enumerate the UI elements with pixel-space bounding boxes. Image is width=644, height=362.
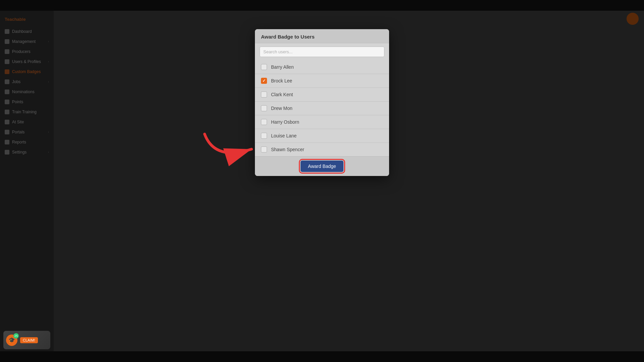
user-name: Louise Lane bbox=[271, 133, 297, 138]
user-checkbox[interactable] bbox=[261, 105, 267, 111]
user-checkbox[interactable] bbox=[261, 64, 267, 70]
modal-footer: Award Badge bbox=[255, 156, 389, 176]
notif-icon: 🎓 25 bbox=[6, 335, 17, 346]
user-name: Clark Kent bbox=[271, 92, 293, 97]
user-row[interactable]: Louise Lane bbox=[255, 129, 389, 143]
notif-action[interactable]: CLAIM! bbox=[20, 337, 38, 343]
user-list: Barry Allen Brock Lee Clark Kent Drew Mo… bbox=[255, 60, 389, 156]
user-checkbox[interactable] bbox=[261, 92, 267, 98]
user-checkbox[interactable] bbox=[261, 146, 267, 153]
modal-header: Award Badge to Users bbox=[255, 29, 389, 43]
user-row[interactable]: Shawn Spencer bbox=[255, 143, 389, 156]
user-row[interactable]: Harry Osborn bbox=[255, 115, 389, 129]
user-name: Barry Allen bbox=[271, 64, 294, 70]
award-badge-button[interactable]: Award Badge bbox=[301, 161, 343, 172]
user-row[interactable]: Barry Allen bbox=[255, 60, 389, 74]
user-checkbox[interactable] bbox=[261, 133, 267, 139]
modal-title: Award Badge to Users bbox=[261, 34, 383, 40]
award-badge-modal: Award Badge to Users Barry Allen Brock L… bbox=[255, 29, 389, 176]
user-checkbox[interactable] bbox=[261, 78, 267, 84]
user-row[interactable]: Clark Kent bbox=[255, 88, 389, 102]
user-name: Drew Mon bbox=[271, 106, 292, 111]
user-name: Shawn Spencer bbox=[271, 147, 304, 152]
search-input[interactable] bbox=[260, 47, 384, 57]
notif-badge-count: 25 bbox=[13, 333, 19, 339]
user-row[interactable]: Brock Lee bbox=[255, 74, 389, 88]
modal-search-container bbox=[255, 43, 389, 60]
user-name: Harry Osborn bbox=[271, 119, 299, 125]
modal-wrapper: Award Badge to Users Barry Allen Brock L… bbox=[0, 11, 644, 351]
user-name: Brock Lee bbox=[271, 78, 292, 83]
user-row[interactable]: Drew Mon bbox=[255, 102, 389, 115]
notification-bottom[interactable]: 🎓 25 CLAIM! bbox=[3, 331, 50, 349]
user-checkbox[interactable] bbox=[261, 119, 267, 125]
